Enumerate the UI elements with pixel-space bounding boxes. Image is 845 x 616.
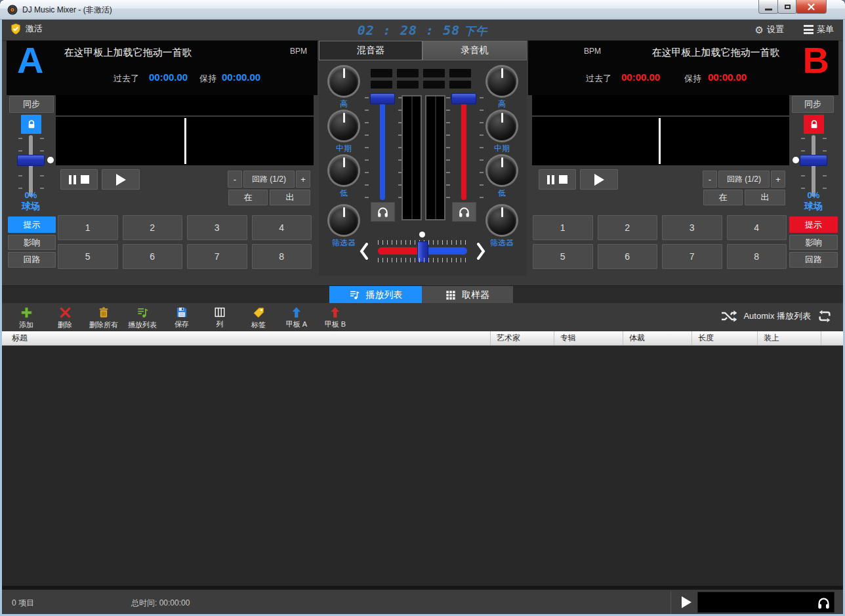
deck-b-pad-8[interactable]: 8 [727, 244, 787, 269]
deck-b-pause-stop-button[interactable] [539, 169, 576, 190]
deck-b-eq-mid-knob[interactable] [487, 112, 516, 140]
deck-a-loop-in-button[interactable]: 在 [228, 190, 268, 205]
minimize-button[interactable] [758, 0, 779, 14]
deck-a-sync-button[interactable]: 同步 [9, 96, 54, 113]
deck-b-loop-minus-button[interactable]: - [703, 171, 717, 188]
deck-b-pitch-handle[interactable] [800, 155, 827, 166]
settings-button[interactable]: ⚙设置 [755, 24, 784, 35]
automix-label[interactable]: Automix 播放列表 [743, 310, 811, 322]
load-deck-b-button[interactable]: 甲板 B [325, 306, 346, 329]
deck-a-mode-cue[interactable]: 提示 [8, 216, 56, 233]
column-title[interactable]: 标题 [2, 331, 491, 345]
tab-playlist[interactable]: 播放列表 [329, 286, 422, 304]
preview-play-button[interactable] [678, 595, 695, 609]
deck-b-mode-loop[interactable]: 回路 [789, 252, 838, 268]
preview-waveform[interactable] [697, 592, 835, 613]
columns-button[interactable]: 列 [214, 306, 226, 329]
crossfader-right-arrow[interactable] [476, 243, 485, 260]
headphone-icon [377, 207, 389, 218]
deck-b-volume-fader[interactable] [461, 100, 466, 200]
deck-b-pad-1[interactable]: 1 [533, 215, 593, 240]
deck-a-pad-6[interactable]: 6 [123, 244, 183, 269]
deck-b-mode-cue[interactable]: 提示 [789, 216, 838, 233]
column-loaded[interactable]: 装上 [758, 331, 821, 345]
deck-b-pad-2[interactable]: 2 [598, 215, 658, 240]
deck-a-headphone-cue-button[interactable] [371, 202, 395, 222]
deck-b-loop-out-button[interactable]: 出 [745, 190, 785, 205]
deck-b-keylock-button[interactable] [804, 115, 824, 134]
deck-b-waveform[interactable] [532, 117, 789, 165]
deck-a-volume-handle[interactable] [370, 93, 395, 104]
add-button[interactable]: 添加 [19, 306, 33, 330]
deck-a-pad-2[interactable]: 2 [123, 215, 183, 240]
deck-b-pitch-slider[interactable] [812, 135, 815, 197]
deck-a-pause-stop-button[interactable] [60, 169, 98, 190]
playlist-toolbar: 添加 删除 删除所有 播放列表 保存 列 标签 甲板 A [2, 303, 843, 331]
delete-all-button[interactable]: 删除所有 [89, 306, 118, 330]
maximize-button[interactable] [777, 0, 797, 14]
deck-b-filter-knob[interactable] [487, 206, 516, 235]
deck-a-pitch-handle[interactable] [17, 155, 45, 166]
tab-recorder[interactable]: 录音机 [422, 41, 527, 60]
tab-mixer[interactable]: 混音器 [319, 41, 422, 60]
deck-a-pad-4[interactable]: 4 [252, 215, 312, 240]
delete-button[interactable]: 删除 [58, 306, 72, 330]
deck-b-headphone-cue-button[interactable] [452, 202, 476, 222]
deck-a-loop-out-button[interactable]: 出 [270, 190, 310, 205]
tab-sampler[interactable]: 取样器 [422, 286, 513, 304]
column-length[interactable]: 长度 [692, 331, 758, 345]
deck-a-pad-3[interactable]: 3 [187, 215, 247, 240]
deck-a-loop-size[interactable]: 回路 (1/2) [243, 171, 295, 188]
deck-b-loop-in-button[interactable]: 在 [703, 190, 743, 205]
eq-high-label: 高 [321, 98, 367, 110]
save-button[interactable]: 保存 [175, 306, 189, 329]
deck-a-pad-5[interactable]: 5 [58, 244, 118, 269]
column-genre[interactable]: 体裁 [623, 331, 692, 345]
deck-a-pitch-slider[interactable] [29, 135, 33, 197]
deck-a-eq-low-knob[interactable] [329, 156, 358, 185]
deck-b-pad-6[interactable]: 6 [598, 244, 658, 269]
deck-b-pad-5[interactable]: 5 [533, 244, 593, 269]
menu-button[interactable]: 菜单 [804, 24, 834, 35]
deck-b-pad-7[interactable]: 7 [662, 244, 722, 269]
deck-b-eq-high-knob[interactable] [487, 67, 516, 96]
deck-a-loop-minus-button[interactable]: - [228, 171, 242, 188]
deck-b-mode-fx[interactable]: 影响 [789, 235, 838, 250]
repeat-icon[interactable] [817, 309, 833, 323]
close-button[interactable] [796, 0, 827, 14]
column-album[interactable]: 专辑 [554, 331, 623, 345]
deck-b-play-button[interactable] [580, 169, 618, 190]
deck-a-waveform-overview[interactable] [56, 95, 314, 116]
deck-a-pad-1[interactable]: 1 [58, 215, 118, 240]
deck-a-pad-7[interactable]: 7 [187, 244, 247, 269]
deck-a-pad-8[interactable]: 8 [252, 244, 312, 269]
deck-a-volume-fader[interactable] [380, 100, 385, 200]
deck-b-loop-size[interactable]: 回路 (1/2) [718, 171, 770, 188]
deck-b-eq-low-knob[interactable] [487, 156, 516, 185]
shuffle-icon[interactable] [720, 309, 737, 323]
deck-b-sync-button[interactable]: 同步 [792, 96, 834, 113]
deck-a-eq-high-knob[interactable] [329, 67, 358, 96]
headphone-icon [458, 207, 470, 218]
column-artist[interactable]: 艺术家 [491, 331, 554, 345]
deck-a-mode-loop[interactable]: 回路 [8, 252, 56, 268]
column-spacer [821, 331, 843, 345]
deck-a-eq-mid-knob[interactable] [329, 112, 358, 140]
deck-a-loop-plus-button[interactable]: + [296, 171, 310, 188]
tag-button[interactable]: 标签 [251, 306, 266, 330]
deck-a-play-button[interactable] [102, 169, 140, 190]
deck-b-volume-handle[interactable] [451, 93, 476, 104]
deck-a-filter-knob[interactable] [329, 206, 358, 235]
deck-b-pad-4[interactable]: 4 [727, 215, 787, 240]
deck-a-mode-fx[interactable]: 影响 [8, 235, 56, 250]
deck-b-pad-3[interactable]: 3 [662, 215, 722, 240]
deck-b-loop-plus-button[interactable]: + [771, 171, 785, 188]
deck-a-keylock-button[interactable] [21, 115, 41, 134]
deck-b-pitch-value: 0% [789, 190, 838, 200]
deck-b-waveform-overview[interactable] [532, 95, 789, 116]
playlist-table-body[interactable] [2, 346, 843, 586]
crossfader-left-arrow[interactable] [360, 243, 369, 260]
load-deck-a-button[interactable]: 甲板 A [286, 306, 307, 329]
deck-a-waveform[interactable] [56, 117, 314, 165]
load-playlist-button[interactable]: 播放列表 [128, 306, 157, 330]
